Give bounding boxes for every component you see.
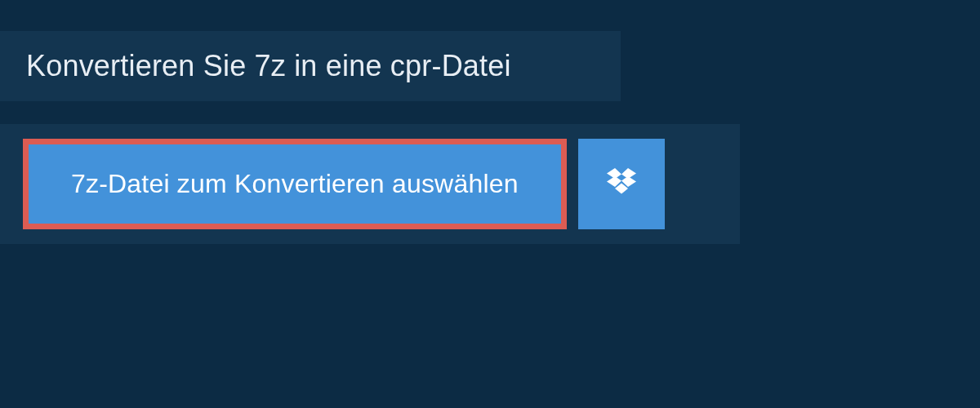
select-file-highlight: 7z-Datei zum Konvertieren auswählen: [23, 139, 567, 229]
page-title: Konvertieren Sie 7z in eine cpr-Datei: [26, 49, 595, 83]
select-file-button[interactable]: 7z-Datei zum Konvertieren auswählen: [29, 144, 561, 224]
header-band: Konvertieren Sie 7z in eine cpr-Datei: [0, 31, 621, 101]
dropbox-icon: [605, 166, 638, 202]
dropbox-button[interactable]: [578, 139, 665, 229]
upload-panel: 7z-Datei zum Konvertieren auswählen: [0, 124, 740, 244]
